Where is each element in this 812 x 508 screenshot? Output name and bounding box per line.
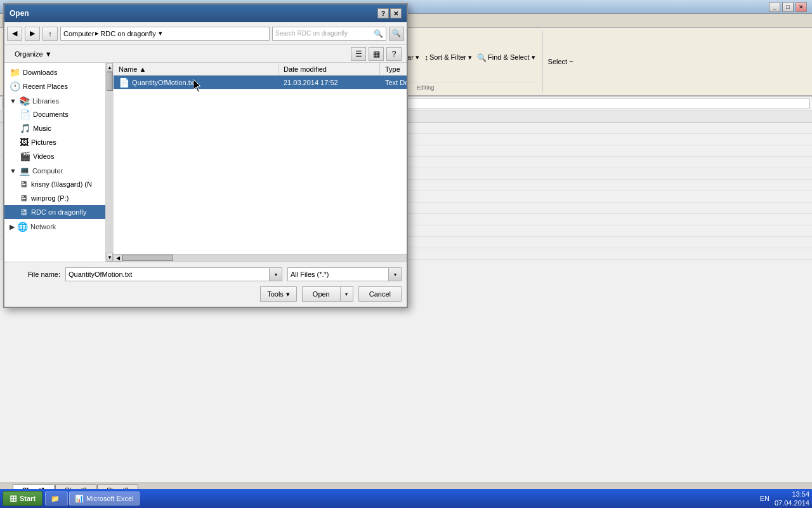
left-item-videos[interactable]: 🎬 Videos [4,149,105,163]
computer-header[interactable]: ▼ 💻 Computer [4,163,105,177]
col-name-label: Name ▲ [119,65,146,73]
left-item-recent[interactable]: 🕐 Recent Places [4,79,105,93]
left-item-winprog[interactable]: 🖥 winprog (P:) [4,191,105,205]
left-scrollbar: ▲ ▼ [106,63,114,262]
left-panel: 📁 Downloads 🕐 Recent Places ▼ 📚 Librarie… [4,63,106,262]
path-rdc: RDC on dragonfly [100,30,155,37]
network-header[interactable]: ▶ 🌐 Network [4,219,105,233]
dialog-help-btn[interactable]: ? [377,8,389,18]
forward-btn[interactable]: ▶ [25,27,40,41]
videos-label: Videos [33,152,54,160]
up-btn[interactable]: ↑ [43,27,58,41]
file-date-0: 21.03.2014 17:52 [284,79,338,86]
left-item-documents[interactable]: 📄 Documents [4,107,105,121]
left-scroll-down[interactable]: ▼ [107,253,113,262]
open-dialog: Open ? ✕ ◀ ▶ ↑ Computer ▸ RDC on dragonf… [3,3,408,308]
filetype-dropdown-btn[interactable]: ▾ [389,267,402,281]
clock-time: 13:54 [775,490,809,498]
left-item-rdc[interactable]: 🖥 RDC on dragonfly [4,205,105,219]
dialog-toolbar2: Organize ▼ ☰ ▦ ? [4,45,407,63]
left-item-music[interactable]: 🎵 Music [4,121,105,135]
winprog-icon: 🖥 [20,193,29,203]
help-btn[interactable]: ? [386,47,402,61]
pictures-label: Pictures [31,138,56,146]
col-header-name[interactable]: Name ▲ [114,63,278,75]
file-row-0[interactable]: 📄 QuantityOfMotion.txt 21.03.2014 17:52 … [114,76,407,90]
filename-input[interactable] [65,267,270,281]
excel-icon: 📊 [75,495,84,503]
col-type-label: Type [385,65,400,73]
filename-field-container: ▾ [65,267,282,281]
file-icon-0: 📄 [119,77,129,88]
path-content: Computer ▸ RDC on dragonfly ▾ [61,29,165,37]
left-item-downloads[interactable]: 📁 Downloads [4,65,105,79]
libraries-header[interactable]: ▼ 📚 Libraries [4,93,105,107]
computer-icon: 💻 [19,166,30,176]
footer-row1: File name: ▾ All Files (*.*) ▾ [10,267,402,281]
organize-btn[interactable]: Organize ▼ [10,47,57,61]
pictures-icon: 🖼 [20,137,29,147]
taskbar-item-excel[interactable]: 📊 Microsoft Excel [69,491,140,505]
open-btn[interactable]: Open [302,286,341,302]
left-item-krisny[interactable]: 🖥 krisny (\\lasgard) (N [4,177,105,191]
dialog-close-btn[interactable]: ✕ [390,8,402,18]
open-dropdown-btn[interactable]: ▾ [341,286,353,302]
left-item-pictures[interactable]: 🖼 Pictures [4,135,105,149]
file-date-cell: 21.03.2014 17:52 [278,77,380,88]
network-expand-icon: ▶ [10,223,15,231]
dialog-title: Open [10,9,29,18]
libraries-icon: 📚 [19,96,30,106]
search-submit-btn[interactable]: 🔍 [389,27,404,41]
excel-taskbar-label: Microsoft Excel [86,495,134,502]
dialog-toolbar1: ◀ ▶ ↑ Computer ▸ RDC on dragonfly ▾ Sear… [4,22,407,45]
file-name-0: QuantityOfMotion.txt [132,79,195,86]
start-button[interactable]: ⊞ Start [3,491,43,506]
left-scroll-thumb[interactable] [107,72,113,91]
list-view-btn[interactable]: ☰ [351,47,366,61]
path-bar[interactable]: Computer ▸ RDC on dragonfly ▾ [60,27,270,41]
taskbar-items: 📁 📊 Microsoft Excel [45,491,140,505]
back-btn[interactable]: ◀ [7,27,22,41]
downloads-label: Downloads [23,69,57,76]
hscroll-track [122,255,407,262]
filetype-label: All Files (*.*) [291,271,329,278]
file-list-body: 📄 QuantityOfMotion.txt 21.03.2014 17:52 … [114,76,407,254]
rdc-icon: 🖥 [20,207,29,217]
taskbar: ⊞ Start 📁 📊 Microsoft Excel EN 13:54 07.… [0,489,812,508]
libraries-label: Libraries [32,97,59,105]
hscroll-thumb[interactable] [122,255,173,261]
taskbar-lang: EN [760,495,769,502]
tools-btn[interactable]: Tools ▾ [260,286,297,302]
videos-icon: 🎬 [20,151,30,161]
recent-label: Recent Places [23,83,68,90]
downloads-icon: 📁 [10,67,20,77]
network-label: Network [30,223,56,231]
filetype-container: All Files (*.*) ▾ [287,267,402,281]
computer-expand-icon: ▼ [10,167,16,175]
taskbar-clock: 13:54 07.04.2014 [775,490,809,508]
computer-label: Computer [32,167,63,175]
dialog-footer: File name: ▾ All Files (*.*) ▾ Tools ▾ [4,262,407,307]
left-scroll-up[interactable]: ▲ [107,63,113,72]
libraries-expand-icon: ▼ [10,97,16,105]
footer-row2: Tools ▾ Open ▾ Cancel [10,286,402,302]
toolbar2-right: ☰ ▦ ? [351,47,402,61]
network-icon: 🌐 [17,222,28,232]
file-name-cell: 📄 QuantityOfMotion.txt [114,76,278,89]
rdc-label: RDC on dragonfly [31,208,86,216]
search-box[interactable]: Search RDC on dragonfly 🔍 [272,27,386,41]
col-header-type[interactable]: Type [380,63,407,75]
taskbar-item-explorer[interactable]: 📁 [45,491,68,505]
cancel-btn[interactable]: Cancel [358,286,402,302]
col-header-date[interactable]: Date modified [278,63,380,75]
organize-label: Organize ▼ [15,50,52,58]
winprog-label: winprog (P:) [31,194,69,202]
filename-dropdown-btn[interactable]: ▾ [270,267,282,281]
music-icon: 🎵 [20,123,30,133]
start-label: Start [20,495,36,502]
file-type-0: Text Document [385,79,407,86]
krisny-icon: 🖥 [20,179,29,189]
documents-label: Documents [33,110,69,118]
detail-view-btn[interactable]: ▦ [369,47,384,61]
hscroll-left[interactable]: ◀ [114,255,122,262]
